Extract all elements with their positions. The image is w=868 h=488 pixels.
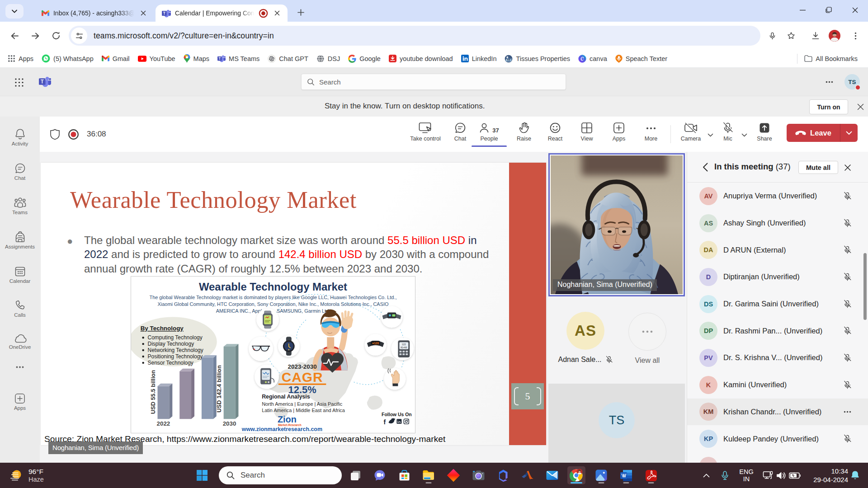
leave-main[interactable]: Leave — [787, 129, 840, 137]
mic-button[interactable]: Mic — [712, 121, 744, 142]
bookmark-youtube-download[interactable]: youtube download — [385, 52, 457, 66]
participant-more-menu[interactable] — [842, 406, 853, 417]
participant-mic-muted[interactable] — [842, 218, 853, 229]
tray-hidden-icons-button[interactable] — [698, 463, 715, 488]
bookmark-speach-texter[interactable]: Speach Texter — [611, 52, 671, 66]
bookmark-chatgpt[interactable]: Chat GPT — [264, 52, 312, 66]
apps-button[interactable]: Apps — [603, 121, 635, 142]
participant-mic-muted[interactable] — [842, 380, 853, 390]
camera-button[interactable]: Camera — [675, 121, 707, 142]
forward-button[interactable] — [27, 28, 43, 44]
bookmark-whatsapp[interactable]: (5) WhatsApp — [38, 52, 98, 66]
banner-close-button[interactable] — [854, 101, 866, 113]
tray-notification-bell[interactable] — [846, 463, 863, 488]
mute-all-button[interactable]: Mute all — [798, 161, 838, 174]
participant-row-anupriya[interactable]: AV Anupriya Verma (Unverified) — [687, 183, 868, 210]
teams-profile-avatar[interactable]: TS — [844, 74, 860, 89]
omnibox[interactable]: teams.microsoft.com/v2/?culture=en-in&co… — [69, 26, 760, 46]
bookmark-dsj[interactable]: DSJ — [312, 52, 344, 66]
sidebar-item-activity[interactable]: Activity — [0, 128, 40, 146]
participant-mic-muted[interactable] — [842, 433, 853, 444]
tab-close-icon[interactable] — [138, 8, 148, 18]
more-button[interactable]: More — [635, 121, 667, 142]
participant-mic-muted[interactable] — [842, 244, 853, 255]
people-button[interactable]: 37 People — [473, 121, 505, 142]
bookmark-star-icon[interactable] — [783, 28, 799, 44]
participant-mic-muted[interactable] — [842, 272, 853, 282]
panel-back-button[interactable] — [700, 162, 711, 173]
participant-row-kuldeep[interactable]: KP Kuldeep Pandey (Unverified) — [687, 425, 868, 452]
tray-mic-in-use[interactable] — [716, 463, 733, 488]
tray-language-switcher[interactable]: ENG IN — [736, 463, 757, 488]
sidebar-item-calls[interactable]: Calls — [0, 300, 40, 318]
voice-search-icon[interactable] — [764, 28, 780, 44]
all-bookmarks-button[interactable]: All Bookmarks — [800, 52, 862, 66]
panel-scrollbar[interactable] — [863, 253, 867, 320]
back-button[interactable] — [6, 28, 23, 44]
view-all-button[interactable]: View all — [610, 313, 684, 365]
window-maximize-button[interactable] — [816, 0, 842, 20]
turn-on-button[interactable]: Turn on — [809, 99, 848, 114]
bookmark-apps[interactable]: Apps — [4, 52, 38, 66]
share-button[interactable]: Share — [748, 121, 781, 142]
participant-row-krishan[interactable]: KM Krishan Chandr... (Unverified) — [687, 399, 868, 426]
chat-button[interactable]: Chat — [444, 121, 476, 142]
participant-row-rashmi[interactable]: DP Dr. Rashmi Pan... (Unverified) — [687, 317, 868, 344]
bookmark-gmail[interactable]: Gmail — [98, 52, 134, 66]
sidebar-more-button[interactable] — [0, 366, 40, 368]
sidebar-item-assignments[interactable]: Assignments — [0, 231, 40, 249]
tab-gmail[interactable]: Inbox (4,765) - acsingh333@gm — [35, 5, 153, 22]
tray-clock[interactable]: 10:34 29-04-2024 — [807, 463, 848, 488]
sidebar-item-onedrive[interactable]: OneDrive — [0, 334, 40, 350]
sidebar-item-apps[interactable]: Apps — [0, 393, 40, 411]
bookmark-canva[interactable]: canva — [574, 52, 611, 66]
window-minimize-button[interactable] — [789, 0, 816, 20]
participant-mic-muted[interactable] — [842, 325, 853, 336]
panel-close-button[interactable] — [842, 162, 854, 174]
teams-logo[interactable] — [39, 76, 51, 89]
chrome-menu-icon[interactable] — [847, 28, 863, 44]
bookmark-tissues-properties[interactable]: Ita Tissues Properties — [500, 52, 574, 66]
url-text[interactable]: teams.microsoft.com/v2/?culture=en-in&co… — [94, 31, 274, 41]
participant-mic-muted[interactable] — [842, 191, 853, 202]
participant-row-darun[interactable]: DA D ARUN (External) — [687, 236, 868, 263]
leave-button[interactable]: Leave — [787, 124, 858, 142]
participant-row-garima[interactable]: DS Dr. Garima Saini (Unverified) — [687, 291, 868, 318]
raise-hand-button[interactable]: Raise — [508, 121, 540, 142]
participant-row-diptiranjan[interactable]: D Diptiranjan (Unverified) — [687, 263, 868, 291]
tab-teams-active[interactable]: Calendar | Empowering Con — [156, 5, 288, 22]
downloads-icon[interactable] — [807, 28, 824, 44]
sidebar-item-calendar[interactable]: Calendar — [0, 266, 40, 284]
participant-row-ashay[interactable]: AS Ashay Singh (Unverified) — [687, 210, 868, 237]
tab-close-icon[interactable] — [272, 8, 282, 18]
view-button[interactable]: View — [571, 121, 603, 142]
teams-search-box[interactable]: Search — [301, 74, 566, 90]
shared-presentation-slide[interactable]: 5 Wearable Technology Market ● The globa… — [41, 163, 546, 445]
sidebar-item-teams[interactable]: Teams — [0, 197, 40, 215]
new-tab-button[interactable] — [294, 5, 307, 19]
reload-button[interactable] — [48, 28, 64, 44]
participant-row-partial[interactable] — [687, 452, 868, 463]
video-tile-active-speaker[interactable]: Noghanian, Sima (Unverified) — [548, 153, 685, 296]
bookmark-ms-teams[interactable]: MS Teams — [213, 52, 264, 66]
bookmark-linkedin[interactable]: LinkedIn — [457, 52, 501, 66]
tray-battery-icon[interactable] — [787, 463, 803, 488]
video-tile-ts[interactable]: TS — [548, 384, 685, 463]
participant-row-kamini[interactable]: K Kamini (Unverified) — [687, 371, 868, 399]
mic-options-chevron[interactable] — [741, 131, 747, 139]
bookmark-google[interactable]: Google — [344, 52, 385, 66]
react-button[interactable]: React — [539, 121, 571, 142]
take-control-button[interactable]: Take control — [409, 121, 442, 142]
bookmark-youtube[interactable]: YouTube — [134, 52, 179, 66]
site-settings-icon[interactable] — [71, 28, 87, 44]
waffle-menu-button[interactable] — [11, 74, 27, 90]
sidebar-item-chat[interactable]: Chat — [0, 163, 40, 181]
participant-mic-muted[interactable] — [842, 299, 853, 310]
teams-header-more-button[interactable] — [821, 75, 837, 89]
participant-mic-muted[interactable] — [842, 352, 853, 363]
leave-options-chevron[interactable] — [840, 131, 858, 135]
bookmark-maps[interactable]: Maps — [179, 52, 213, 66]
window-close-button[interactable] — [842, 0, 868, 20]
tab-search-button[interactable] — [5, 4, 24, 19]
participant-row-krishna[interactable]: PV Dr. S. Krishna V... (Unverified) — [687, 344, 868, 371]
